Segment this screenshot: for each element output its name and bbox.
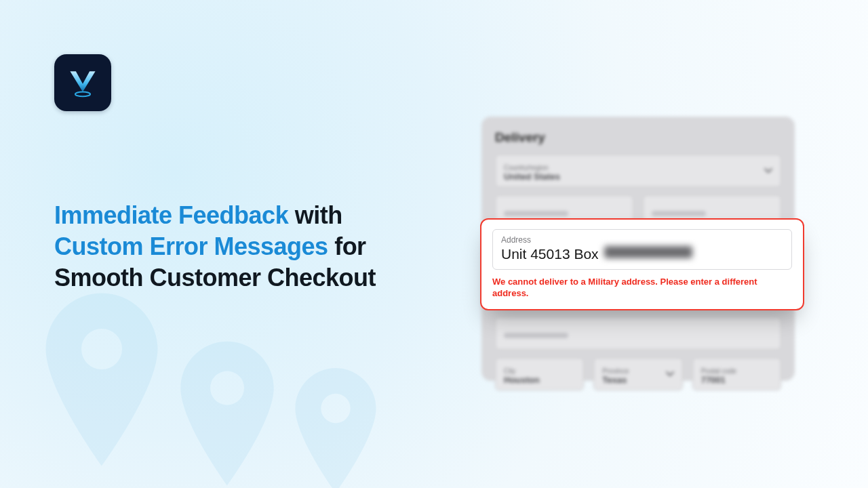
- bg-map-pin-icon: [41, 291, 163, 468]
- chevron-down-icon: [666, 371, 674, 377]
- address-redacted: redacted: [604, 246, 692, 258]
- address-label: Address: [501, 235, 783, 245]
- country-value: United States: [504, 171, 772, 182]
- city-label: City: [504, 367, 575, 375]
- apartment-field[interactable]: [495, 317, 781, 350]
- v-logo-icon: [64, 64, 101, 101]
- city-field[interactable]: City Houston: [495, 358, 584, 390]
- headline-accent-1: Immediate Feedback: [54, 201, 288, 229]
- delivery-heading: Delivery: [495, 130, 781, 145]
- country-label: Country/region: [504, 164, 772, 171]
- province-value: Texas: [602, 375, 673, 385]
- province-select[interactable]: Province Texas: [593, 358, 682, 390]
- app-logo: [54, 54, 111, 111]
- address-error-callout: Address Unit 45013 Box redacted We canno…: [480, 218, 804, 310]
- address-value: Unit 45013 Box: [501, 246, 599, 262]
- province-label: Province: [602, 367, 673, 375]
- postal-value: 77001: [701, 375, 772, 385]
- address-field[interactable]: Address Unit 45013 Box redacted: [492, 229, 792, 270]
- marketing-headline: Immediate Feedback with Custom Error Mes…: [54, 200, 434, 293]
- country-select[interactable]: Country/region United States: [495, 155, 781, 187]
- chevron-down-icon: [764, 168, 772, 174]
- address-error-message: We cannot deliver to a Military address.…: [492, 277, 792, 300]
- headline-part-1: with: [288, 201, 342, 229]
- city-value: Houston: [504, 375, 575, 385]
- postal-label: Postal code: [701, 367, 772, 375]
- postal-code-field[interactable]: Postal code 77001: [692, 358, 781, 390]
- svg-point-0: [75, 92, 90, 97]
- headline-accent-2: Custom Error Messages: [54, 232, 328, 260]
- bg-map-pin-icon: [176, 339, 278, 488]
- bg-map-pin-icon: [292, 366, 380, 488]
